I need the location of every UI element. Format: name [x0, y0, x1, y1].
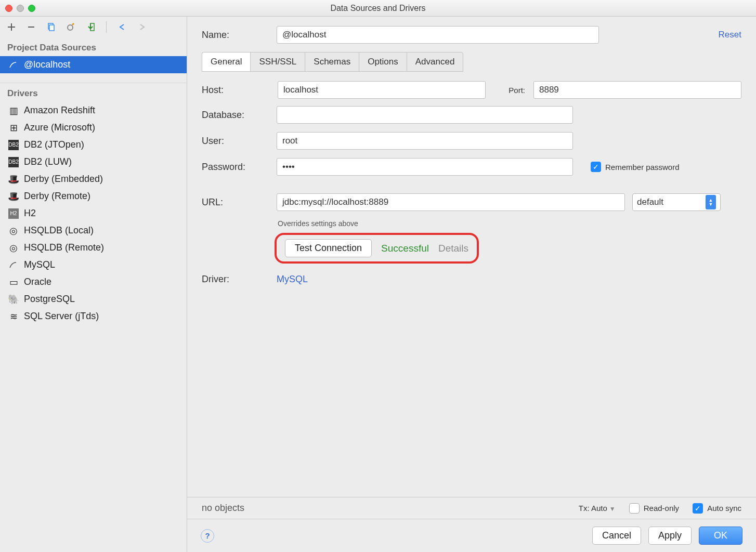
svg-point-2: [68, 25, 73, 30]
driver-label: Azure (Microsoft): [24, 122, 95, 133]
driver-label: Derby (Remote): [24, 191, 90, 202]
driver-h2[interactable]: H2H2: [0, 205, 187, 222]
driver-label: Derby (Embedded): [24, 174, 103, 185]
test-status: Successful: [381, 243, 429, 254]
redo-icon[interactable]: [136, 21, 148, 33]
driver-db2-luw[interactable]: DB2DB2 (LUW): [0, 153, 187, 170]
driver-label: Driver:: [202, 274, 269, 285]
content: Project Data Sources @localhost Drivers …: [0, 17, 756, 552]
sidebar-toolbar: [0, 17, 187, 37]
driver-azure[interactable]: ⊞Azure (Microsoft): [0, 119, 187, 136]
tab-options[interactable]: Options: [359, 52, 407, 72]
driver-oracle[interactable]: ▭Oracle: [0, 273, 187, 291]
url-mode-value: default: [637, 197, 663, 207]
derby-icon: 🎩: [8, 174, 19, 185]
drivers-header: Drivers: [0, 83, 187, 102]
driver-postgresql[interactable]: 🐘PostgreSQL: [0, 291, 187, 308]
driver-label: HSQLDB (Local): [24, 225, 94, 236]
dropdown-caret-icon: ▲▼: [706, 195, 716, 209]
dropdown-icon[interactable]: ▼: [609, 505, 616, 512]
drivers-list: ▥Amazon Redshift ⊞Azure (Microsoft) DB2D…: [0, 102, 187, 325]
ok-button[interactable]: OK: [699, 527, 742, 545]
remember-password-checkbox[interactable]: ✓: [591, 162, 601, 172]
h2-icon: H2: [8, 208, 19, 219]
driver-mysql[interactable]: MySQL: [0, 256, 187, 273]
driver-sqlserver-jtds[interactable]: ≋SQL Server (jTds): [0, 308, 187, 325]
url-mode-select[interactable]: default ▲▼: [632, 193, 721, 211]
svg-rect-1: [49, 25, 54, 31]
driver-hsqldb-remote[interactable]: ◎HSQLDB (Remote): [0, 239, 187, 256]
user-label: User:: [202, 136, 269, 147]
autosync-checkbox[interactable]: ✓: [693, 503, 703, 514]
data-source-item[interactable]: @localhost: [0, 56, 187, 73]
redshift-icon: ▥: [8, 106, 19, 116]
name-label: Name:: [202, 30, 269, 41]
footer: ? Cancel Apply OK: [187, 519, 756, 552]
tab-advanced[interactable]: Advanced: [407, 52, 464, 72]
help-icon[interactable]: ?: [201, 529, 214, 543]
name-input[interactable]: [277, 26, 599, 44]
driver-label: Oracle: [24, 277, 51, 287]
driver-label: HSQLDB (Remote): [24, 242, 104, 253]
window-title: Data Sources and Drivers: [0, 4, 756, 13]
reset-link[interactable]: Reset: [719, 30, 741, 40]
driver-derby-remote[interactable]: 🎩Derby (Remote): [0, 188, 187, 205]
azure-icon: ⊞: [8, 123, 19, 133]
main-panel: Name: Reset General SSH/SSL Schemas Opti…: [187, 17, 756, 552]
driver-link[interactable]: MySQL: [277, 274, 308, 285]
driver-label: SQL Server (jTds): [24, 311, 99, 322]
tab-ssh-ssl[interactable]: SSH/SSL: [250, 52, 305, 72]
cancel-button[interactable]: Cancel: [592, 527, 641, 545]
postgresql-icon: 🐘: [8, 294, 19, 305]
driver-label: Amazon Redshift: [24, 105, 95, 116]
driver-amazon-redshift[interactable]: ▥Amazon Redshift: [0, 102, 187, 119]
password-input[interactable]: [277, 158, 573, 176]
add-icon[interactable]: [5, 21, 18, 33]
remember-password-label: Remember password: [605, 163, 680, 172]
test-details-link[interactable]: Details: [438, 243, 468, 254]
driver-label: DB2 (LUW): [24, 156, 72, 167]
autosync-label: Auto sync: [707, 504, 741, 512]
url-input[interactable]: [277, 193, 625, 211]
import-icon[interactable]: [84, 21, 97, 33]
test-connection-group: Test Connection Successful Details: [275, 233, 479, 264]
project-data-sources-header: Project Data Sources: [0, 37, 187, 56]
driver-db2-jtopen[interactable]: DB2DB2 (JTOpen): [0, 136, 187, 153]
mysql-icon: [8, 60, 19, 70]
mysql-icon: [8, 260, 19, 270]
password-label: Password:: [202, 162, 269, 173]
titlebar: Data Sources and Drivers: [0, 0, 756, 17]
driver-label: PostgreSQL: [24, 294, 75, 305]
sidebar: Project Data Sources @localhost Drivers …: [0, 17, 187, 552]
settings-icon[interactable]: [64, 21, 77, 33]
host-input[interactable]: [278, 81, 486, 99]
sqlserver-icon: ≋: [8, 311, 19, 322]
tx-label: Tx: Auto▼: [579, 504, 616, 512]
remove-icon[interactable]: [25, 21, 37, 33]
data-source-label: @localhost: [24, 59, 70, 70]
readonly-checkbox[interactable]: [629, 503, 640, 514]
oracle-icon: ▭: [8, 277, 19, 287]
port-input[interactable]: [533, 81, 741, 99]
driver-label: DB2 (JTOpen): [24, 139, 84, 150]
test-connection-button[interactable]: Test Connection: [285, 239, 372, 257]
port-label: Port:: [494, 86, 525, 95]
driver-hsqldb-local[interactable]: ◎HSQLDB (Local): [0, 222, 187, 239]
tab-schemas[interactable]: Schemas: [305, 52, 359, 72]
tab-general[interactable]: General: [202, 52, 250, 72]
db2-icon: DB2: [8, 140, 19, 150]
toolbar-separator: [106, 21, 107, 33]
hsqldb-icon: ◎: [8, 226, 19, 236]
host-label: Host:: [202, 85, 269, 96]
user-input[interactable]: [277, 132, 573, 150]
copy-icon[interactable]: [45, 21, 57, 33]
tabs: General SSH/SSL Schemas Options Advanced: [202, 52, 741, 72]
driver-derby-embedded[interactable]: 🎩Derby (Embedded): [0, 170, 187, 188]
url-override-note: Overrides settings above: [278, 219, 741, 228]
objects-status: no objects: [202, 503, 244, 514]
apply-button[interactable]: Apply: [648, 527, 692, 545]
undo-icon[interactable]: [116, 21, 128, 33]
driver-label: H2: [24, 208, 36, 219]
database-input[interactable]: [277, 106, 573, 124]
hsqldb-icon: ◎: [8, 243, 19, 253]
